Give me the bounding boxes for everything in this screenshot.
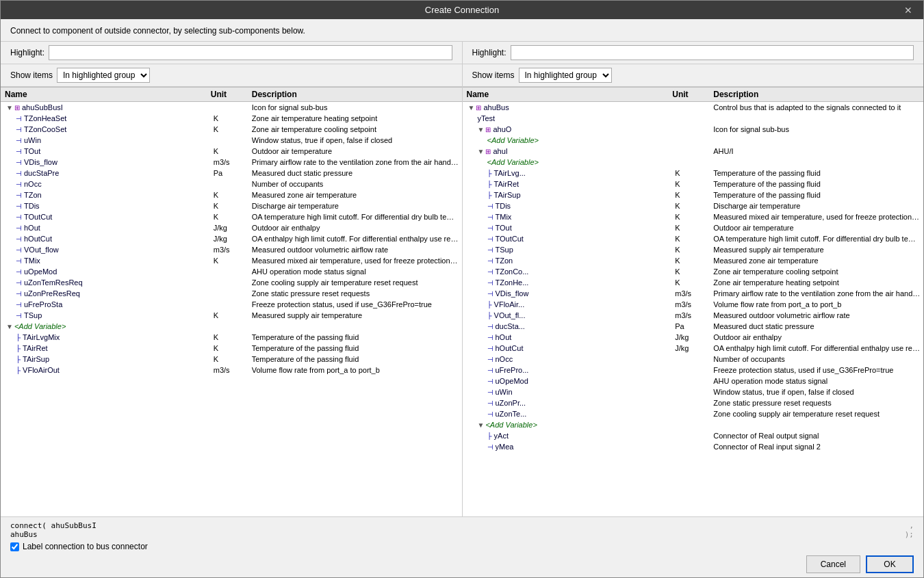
tree-row[interactable]: ⊣TZonKMeasured zone air temperature xyxy=(463,255,924,266)
tree-row[interactable]: ⊣uZonPreResReqZone static pressure reset… xyxy=(1,288,462,299)
tree-row[interactable]: ⊣hOutJ/kgOutdoor air enthalpy xyxy=(1,222,462,233)
row-name: ducStaPre xyxy=(24,169,59,177)
row-unit: m3/s xyxy=(672,300,713,308)
ok-button[interactable]: OK xyxy=(866,555,914,573)
right-tree-body[interactable]: ▼⊞ahuBusControl bus that is adapted to t… xyxy=(463,102,924,516)
tree-row[interactable]: ⊣TMixKMeasured mixed air temperature, us… xyxy=(463,211,924,222)
tree-row[interactable]: ⊣VDis_flowm3/sPrimary airflow rate to th… xyxy=(1,157,462,168)
label-checkbox[interactable] xyxy=(10,542,19,551)
expand-icon[interactable]: ▼ xyxy=(468,104,475,111)
tree-row[interactable]: ▼⊞ahuSubBusIIcon for signal sub-bus xyxy=(1,102,462,113)
row-unit: m3/s xyxy=(211,246,252,254)
left-show-items-select[interactable]: In highlighted group All Selected xyxy=(57,68,150,83)
tree-row[interactable]: ⊣TDisKDischarge air temperature xyxy=(463,200,924,211)
tree-row[interactable]: ⊣uWinWindow status, true if open, false … xyxy=(463,386,924,397)
tree-row[interactable]: ⊣TDisKDischarge air temperature xyxy=(1,200,462,211)
row-unit: K xyxy=(672,169,713,177)
row-desc: Outdoor air temperature xyxy=(252,147,459,155)
expand-icon[interactable]: ▼ xyxy=(478,126,485,133)
tree-row[interactable]: ⊣TOutCutKOA temperature high limit cutof… xyxy=(1,211,462,222)
left-tree-body[interactable]: ▼⊞ahuSubBusIIcon for signal sub-bus⊣TZon… xyxy=(1,102,462,516)
tree-row[interactable]: ⊣TZonHe...KZone air temperature heating … xyxy=(463,277,924,288)
tree-row[interactable]: ⊣VOut_flowm3/sMeasured outdoor volumetri… xyxy=(1,244,462,255)
tree-row[interactable]: ⊣uZonTe...Zone cooling supply air temper… xyxy=(463,408,924,419)
expand-icon[interactable]: ▼ xyxy=(478,421,485,429)
row-name: hOutCut xyxy=(496,344,524,352)
tree-row[interactable]: ⊣TOutKOutdoor air temperature xyxy=(463,222,924,233)
tree-row[interactable]: ⊣nOccNumber of occupants xyxy=(463,354,924,365)
left-highlight-input[interactable] xyxy=(49,45,452,60)
connector-icon: ⊣ xyxy=(487,443,493,451)
tree-row[interactable]: ⊣hOutCutJ/kgOA enthalpy high limit cutof… xyxy=(463,343,924,354)
cancel-button[interactable]: Cancel xyxy=(806,555,860,573)
tree-row[interactable]: ⊣uFreProStaFreeze protection status, use… xyxy=(1,299,462,310)
row-unit: K xyxy=(672,235,713,243)
row-name: <Add Variable> xyxy=(487,136,539,144)
row-name: VDis_flow xyxy=(496,289,529,298)
tree-row[interactable]: ⊣TZonKMeasured zone air temperature xyxy=(1,189,462,200)
tree-row[interactable]: ⊣TZonCo...KZone air temperature cooling … xyxy=(463,266,924,277)
connector-icon: ⊣ xyxy=(487,410,493,418)
tree-row[interactable]: ├TAirSupKTemperature of the passing flui… xyxy=(1,354,462,365)
tree-row[interactable]: ├VFloAirOutm3/sVolume flow rate from por… xyxy=(1,365,462,376)
tree-row[interactable]: ├TAirRetKTemperature of the passing flui… xyxy=(463,179,924,189)
tree-row[interactable]: ⊣TOutCutKOA temperature high limit cutof… xyxy=(463,233,924,244)
tree-row[interactable]: ├yActConnector of Real output signal xyxy=(463,430,924,441)
tree-row[interactable]: ├TAirLvgMixKTemperature of the passing f… xyxy=(1,332,462,343)
tree-row[interactable]: ⊣ducSta...PaMeasured duct static pressur… xyxy=(463,321,924,332)
tree-row[interactable]: ▼<Add Variable> xyxy=(1,321,462,332)
right-highlight-input[interactable] xyxy=(511,45,914,60)
row-desc: OA temperature high limit cutoff. For di… xyxy=(252,213,459,221)
tree-row[interactable]: ⊣hOutJ/kgOutdoor air enthalpy xyxy=(463,332,924,343)
connector-icon: ⊣ xyxy=(487,224,493,232)
tree-row[interactable]: yTest xyxy=(463,113,924,124)
row-name: VOut_flow xyxy=(24,246,59,254)
tree-row[interactable]: ⊣TSupKMeasured supply air temperature xyxy=(463,244,924,255)
tree-row[interactable]: ├TAirRetKTemperature of the passing flui… xyxy=(1,343,462,354)
tree-row[interactable]: ⊣yMeaConnector of Real input signal 2 xyxy=(463,441,924,452)
tree-row[interactable]: ⊣VDis_flowm3/sPrimary airflow rate to th… xyxy=(463,288,924,299)
tree-row[interactable]: ⊣TSupKMeasured supply air temperature xyxy=(1,310,462,321)
tree-row[interactable]: ⊣uZonTemResReqZone cooling supply air te… xyxy=(1,277,462,288)
tree-row[interactable]: ▼⊞ahuOIcon for signal sub-bus xyxy=(463,124,924,135)
tree-row[interactable]: ⊣uWinWindow status, true if open, false … xyxy=(1,135,462,146)
tree-row[interactable]: ⊣uOpeModAHU operation mode status signal xyxy=(463,376,924,386)
row-desc: Zone cooling supply air temperature rese… xyxy=(252,278,459,287)
row-desc: Freeze protection status, used if use_G3… xyxy=(713,366,921,374)
tree-row[interactable]: ▼⊞ahuBusControl bus that is adapted to t… xyxy=(463,102,924,113)
row-desc: Number of occupants xyxy=(252,180,459,188)
tree-row[interactable]: ▼<Add Variable> xyxy=(463,419,924,430)
row-unit: K xyxy=(211,125,252,133)
row-desc: Control bus that is adapted to the signa… xyxy=(713,103,921,111)
expand-icon[interactable]: ▼ xyxy=(6,323,13,330)
connector-icon: ├ xyxy=(487,181,492,188)
tree-row[interactable]: ⊣uZonPr...Zone static pressure reset req… xyxy=(463,397,924,408)
right-show-items-select[interactable]: In highlighted group All Selected xyxy=(519,68,612,83)
tree-row[interactable]: ⊣nOccNumber of occupants xyxy=(1,179,462,189)
expand-icon[interactable]: ▼ xyxy=(478,148,485,155)
close-button[interactable]: ✕ xyxy=(901,5,915,15)
tree-row[interactable]: ⊣ducStaPrePaMeasured duct static pressur… xyxy=(1,168,462,179)
tree-row[interactable]: ├TAirLvg...KTemperature of the passing f… xyxy=(463,168,924,179)
tree-row[interactable]: ⊣TZonCooSetKZone air temperature cooling… xyxy=(1,124,462,135)
tree-row[interactable]: ⊣hOutCutJ/kgOA enthalpy high limit cutof… xyxy=(1,233,462,244)
expand-icon[interactable]: ▼ xyxy=(6,104,13,111)
row-name: uFreProSta xyxy=(24,300,62,308)
tree-row[interactable]: ▼⊞ahuIAHU/I xyxy=(463,146,924,157)
tree-row[interactable]: ⊣TMixKMeasured mixed air temperature, us… xyxy=(1,255,462,266)
row-name: hOutCut xyxy=(24,235,52,243)
connector-icon: ⊣ xyxy=(487,367,493,374)
row-desc: AHU operation mode status signal xyxy=(252,267,459,276)
tree-row[interactable]: <Add Variable> xyxy=(463,135,924,146)
tree-row[interactable]: ├VFloAir...m3/sVolume flow rate from por… xyxy=(463,299,924,310)
tree-row[interactable]: ⊣uOpeModAHU operation mode status signal xyxy=(1,266,462,277)
tree-row[interactable]: ⊣uFrePro...Freeze protection status, use… xyxy=(463,365,924,376)
tree-row[interactable]: ⊣TZonHeaSetKZone air temperature heating… xyxy=(1,113,462,124)
row-desc: Volume flow rate from port_a to port_b xyxy=(252,366,459,374)
tree-row[interactable]: ├TAirSupKTemperature of the passing flui… xyxy=(463,189,924,200)
tree-row[interactable]: ⊣TOutKOutdoor air temperature xyxy=(1,146,462,157)
row-desc: Temperature of the passing fluid xyxy=(713,191,921,199)
row-unit: K xyxy=(672,257,713,265)
tree-row[interactable]: <Add Variable> xyxy=(463,157,924,168)
tree-row[interactable]: ├VOut_fl...m3/sMeasured outdoor volumetr… xyxy=(463,310,924,321)
